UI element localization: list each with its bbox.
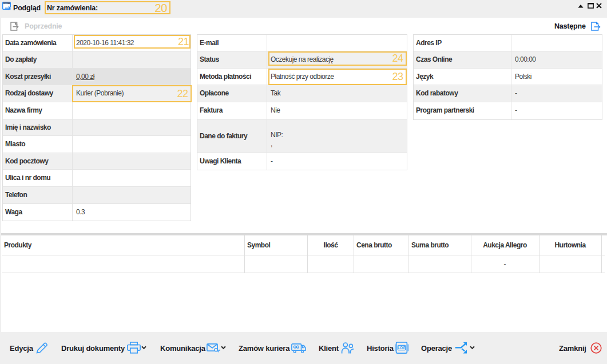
svg-text:LOG: LOG (398, 346, 406, 350)
